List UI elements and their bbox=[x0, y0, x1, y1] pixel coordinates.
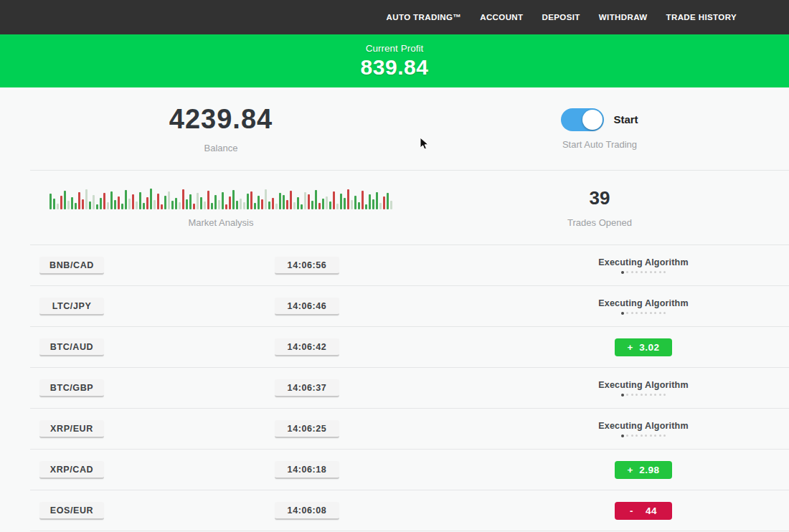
candle-bar bbox=[304, 192, 306, 209]
trade-row: BNB/CAD 14:06:56 Executing Algorithm bbox=[0, 245, 789, 285]
nav-item-auto-trading[interactable]: AUTO TRADING™ bbox=[387, 13, 462, 22]
candle-bar bbox=[318, 203, 321, 209]
progress-dot bbox=[659, 434, 661, 437]
toggle-caption: Start Auto Trading bbox=[562, 139, 637, 150]
candle-bar bbox=[89, 201, 91, 209]
candle-bar bbox=[387, 193, 389, 209]
candle-bar bbox=[53, 199, 55, 209]
candle-bar bbox=[329, 201, 331, 209]
nav-item-account[interactable]: ACCOUNT bbox=[480, 13, 523, 22]
pair-chip[interactable]: BTC/GBP bbox=[39, 379, 104, 397]
candle-bar bbox=[293, 202, 296, 209]
pair-chip[interactable]: XRP/CAD bbox=[39, 461, 104, 479]
market-analysis-label: Market Analysis bbox=[188, 217, 253, 228]
candle-bar bbox=[125, 190, 127, 209]
candle-bar bbox=[372, 199, 374, 209]
progress-dots bbox=[621, 271, 666, 274]
candle-bar bbox=[225, 204, 227, 209]
candle-bar bbox=[175, 198, 177, 209]
progress-dot bbox=[645, 434, 647, 437]
trade-row: LTC/JPY 14:06:46 Executing Algorithm bbox=[0, 286, 789, 326]
time-chip: 14:06:56 bbox=[275, 257, 339, 275]
candle-bar bbox=[272, 198, 274, 209]
current-profit-banner: Current Profit 839.84 bbox=[0, 34, 789, 87]
candle-bar bbox=[93, 195, 95, 209]
progress-dot bbox=[621, 271, 624, 274]
progress-dot bbox=[650, 312, 652, 314]
pair-chip[interactable]: BTC/AUD bbox=[39, 338, 104, 356]
candle-bar bbox=[204, 201, 206, 209]
result-badge: - 44 bbox=[615, 502, 672, 520]
current-profit-value: 839.84 bbox=[361, 55, 429, 80]
progress-dot bbox=[626, 271, 628, 273]
candle-bar bbox=[232, 190, 235, 209]
auto-trading-toggle[interactable] bbox=[561, 108, 604, 131]
candle-bar bbox=[340, 194, 342, 209]
row-divider bbox=[30, 531, 789, 531]
nav-item-withdraw[interactable]: WITHDRAW bbox=[599, 13, 648, 22]
candle-bar bbox=[146, 197, 148, 209]
time-chip: 14:06:42 bbox=[275, 338, 339, 356]
current-profit-label: Current Profit bbox=[366, 43, 423, 54]
trade-status-executing: Executing Algorithm bbox=[598, 257, 689, 274]
progress-dots bbox=[621, 394, 666, 396]
trades-list: BNB/CAD 14:06:56 Executing Algorithm LTC… bbox=[0, 245, 789, 531]
candle-bar bbox=[336, 204, 339, 209]
progress-dot bbox=[663, 312, 666, 314]
candle-bar bbox=[365, 204, 367, 209]
candle-bar bbox=[315, 190, 317, 209]
progress-dot bbox=[650, 271, 652, 273]
trade-row: XRP/CAD 14:06:18 + 2.98 bbox=[0, 450, 789, 490]
candle-bar bbox=[128, 199, 131, 209]
candle-bar bbox=[347, 189, 349, 209]
candle-bar bbox=[211, 203, 213, 209]
candle-bar bbox=[261, 199, 263, 209]
candle-bar bbox=[311, 201, 313, 209]
nav-item-deposit[interactable]: DEPOSIT bbox=[542, 13, 580, 22]
candle-bar bbox=[254, 203, 256, 209]
pair-chip[interactable]: EOS/EUR bbox=[39, 502, 104, 520]
progress-dot bbox=[663, 271, 666, 273]
nav-item-trade-history[interactable]: TRADE HISTORY bbox=[666, 13, 737, 22]
progress-dot bbox=[659, 271, 661, 273]
candle-bar bbox=[157, 194, 159, 209]
trades-opened-value: 39 bbox=[590, 187, 610, 209]
executing-label: Executing Algorithm bbox=[598, 380, 689, 390]
candle-bar bbox=[265, 189, 267, 209]
candle-bar bbox=[100, 198, 102, 209]
candle-bar bbox=[197, 193, 199, 209]
progress-dot bbox=[659, 312, 661, 314]
candle-bar bbox=[96, 204, 98, 209]
candle-bar bbox=[107, 202, 109, 209]
candle-bar bbox=[322, 199, 324, 209]
candle-bar bbox=[297, 197, 299, 209]
candle-bar bbox=[153, 200, 156, 209]
candle-bar bbox=[171, 201, 174, 209]
pair-chip[interactable]: LTC/JPY bbox=[39, 298, 104, 315]
pair-chip[interactable]: BNB/CAD bbox=[39, 257, 104, 275]
candle-bar bbox=[200, 197, 202, 209]
candle-bar bbox=[182, 189, 184, 209]
progress-dot bbox=[631, 271, 633, 273]
candle-bar bbox=[301, 204, 303, 209]
candle-bar bbox=[186, 199, 188, 209]
candle-bar bbox=[358, 202, 360, 209]
candle-bar bbox=[308, 194, 310, 209]
progress-dot bbox=[621, 312, 624, 315]
candle-bar bbox=[369, 194, 371, 209]
candle-bar bbox=[49, 194, 52, 209]
time-chip: 14:06:25 bbox=[275, 420, 339, 438]
progress-dot bbox=[636, 312, 638, 314]
progress-dot bbox=[654, 312, 656, 314]
pair-chip[interactable]: XRP/EUR bbox=[39, 420, 104, 438]
candle-bar bbox=[236, 201, 238, 209]
progress-dot bbox=[641, 394, 643, 396]
candle-bar bbox=[168, 191, 170, 209]
progress-dot bbox=[636, 394, 638, 396]
executing-label: Executing Algorithm bbox=[598, 257, 689, 267]
candle-bar bbox=[229, 196, 231, 209]
progress-dot bbox=[654, 394, 656, 396]
progress-dot bbox=[621, 434, 624, 437]
balance-value: 4239.84 bbox=[169, 104, 273, 135]
balance-section: 4239.84 Balance Start Start Auto Trading bbox=[0, 87, 789, 170]
